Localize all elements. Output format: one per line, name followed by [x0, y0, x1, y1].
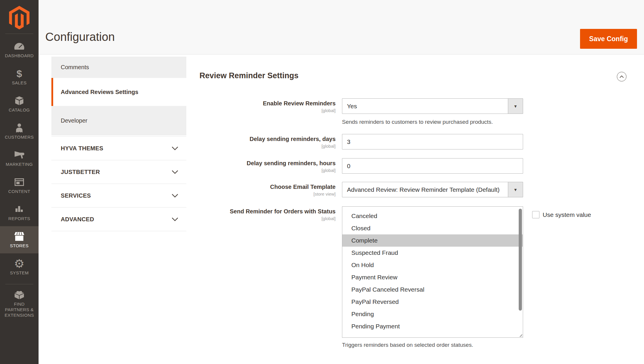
- status-option-closed[interactable]: Closed: [342, 222, 523, 234]
- sales-icon: $: [17, 68, 22, 79]
- system-icon: ⚙: [14, 258, 25, 269]
- customers-icon: [15, 123, 23, 133]
- field-label: Send Reminder for Orders with Status: [199, 208, 336, 215]
- delay-hours-input[interactable]: [342, 158, 523, 174]
- config-menu: Comments Advanced Reviews Settings Devel…: [51, 57, 186, 231]
- status-option-suspected-fraud[interactable]: Suspected Fraud: [342, 247, 523, 259]
- config-menu-item-developer[interactable]: Developer: [51, 106, 186, 135]
- reports-icon: [15, 204, 24, 215]
- sidebar-item-find-partners-extensions[interactable]: FIND PARTNERS & EXTENSIONS: [0, 288, 39, 323]
- field-scope: [global]: [199, 144, 336, 149]
- config-group-hyva-themes[interactable]: HYVA THEMES: [51, 137, 186, 160]
- delay-days-input[interactable]: [342, 134, 523, 149]
- chevron-down-icon: [172, 217, 178, 221]
- dropdown-arrow-icon[interactable]: ▼: [508, 99, 523, 114]
- collapse-section-button[interactable]: [617, 72, 626, 81]
- order-status-multiselect[interactable]: Canceled Closed Complete Suspected Fraud: [342, 206, 523, 338]
- email-template-select[interactable]: Advanced Review: Review Reminder Templat…: [342, 182, 523, 197]
- dropdown-arrow-icon[interactable]: ▼: [508, 182, 523, 197]
- content-icon: [15, 177, 24, 187]
- status-option-pending-payment[interactable]: Pending Payment: [342, 320, 523, 332]
- status-option-paypal-canceled-reversal[interactable]: PayPal Canceled Reversal: [342, 283, 523, 296]
- dashboard-icon: [14, 41, 24, 52]
- field-row-email-template: Choose Email Template [store view] Advan…: [199, 182, 523, 197]
- sidebar-item-marketing[interactable]: MARKETING: [0, 145, 39, 172]
- status-option-complete[interactable]: Complete: [342, 234, 523, 247]
- field-label: Delay sending reminders, hours: [199, 160, 336, 167]
- page-header: Configuration Save Config: [39, 0, 644, 55]
- sidebar-item-dashboard[interactable]: DASHBOARD: [0, 36, 39, 63]
- config-group-advanced[interactable]: ADVANCED: [51, 208, 186, 231]
- config-menu-item-advanced-reviews-settings[interactable]: Advanced Reviews Settings: [51, 78, 186, 106]
- config-group-services[interactable]: SERVICES: [51, 184, 186, 208]
- config-menu-links: Comments Advanced Reviews Settings Devel…: [51, 57, 186, 135]
- admin-sidebar: DASHBOARD $ SALES CATALOG CUSTOMERS: [0, 0, 39, 364]
- field-row-order-status: Send Reminder for Orders with Status [gl…: [199, 206, 591, 348]
- field-note: Triggers reminders based on selected ord…: [342, 342, 523, 348]
- chevron-down-icon: [172, 170, 178, 174]
- sidebar-item-customers[interactable]: CUSTOMERS: [0, 118, 39, 145]
- status-option-paypal-reversed[interactable]: PayPal Reversed: [342, 296, 523, 308]
- sidebar-separator: [5, 34, 33, 34]
- field-scope: [store view]: [199, 191, 336, 196]
- magento-logo-svg: [9, 6, 29, 29]
- field-row-delay-hours: Delay sending reminders, hours [global]: [199, 158, 523, 174]
- status-option-on-hold[interactable]: On Hold: [342, 259, 523, 271]
- review-reminder-settings-section: Review Reminder Settings Enable Review R…: [199, 67, 631, 364]
- field-label: Enable Review Reminders: [199, 100, 336, 107]
- status-option-canceled[interactable]: Canceled: [342, 210, 523, 222]
- use-system-value-checkbox[interactable]: [532, 211, 539, 218]
- magento-logo-icon[interactable]: [9, 6, 29, 29]
- status-option-pending[interactable]: Pending: [342, 308, 523, 320]
- config-group-justbetter[interactable]: JUSTBETTER: [51, 160, 186, 184]
- field-scope: [global]: [199, 108, 336, 113]
- save-config-button[interactable]: Save Config: [580, 29, 637, 49]
- sidebar-item-stores[interactable]: STORES: [0, 226, 39, 253]
- listbox-resize-handle[interactable]: [518, 333, 522, 337]
- sidebar-item-reports[interactable]: REPORTS: [0, 199, 39, 226]
- config-menu-groups: HYVA THEMES JUSTBETTER: [51, 136, 186, 231]
- field-row-enable-review-reminders: Enable Review Reminders [global] Yes ▼ S…: [199, 98, 523, 125]
- status-option-payment-review[interactable]: Payment Review: [342, 271, 523, 283]
- chevron-down-icon: [172, 194, 178, 198]
- sidebar-item-content[interactable]: CONTENT: [0, 172, 39, 199]
- listbox-scrollbar-thumb[interactable]: [519, 209, 522, 311]
- marketing-icon: [14, 150, 24, 160]
- field-scope: [global]: [199, 216, 336, 221]
- catalog-icon: [15, 95, 24, 106]
- sidebar-separator: [5, 284, 33, 284]
- sidebar-item-catalog[interactable]: CATALOG: [0, 90, 39, 118]
- field-label: Choose Email Template: [199, 184, 336, 190]
- field-row-delay-days: Delay sending reminders, days [global]: [199, 134, 523, 149]
- field-note: Sends reminders to customers to review p…: [342, 119, 523, 125]
- magento-admin-configuration-page: DASHBOARD $ SALES CATALOG CUSTOMERS: [0, 0, 644, 364]
- sidebar-item-sales[interactable]: $ SALES: [0, 63, 39, 90]
- chevron-up-icon: [619, 74, 624, 79]
- stores-icon: [14, 231, 24, 242]
- field-label: Delay sending reminders, days: [199, 136, 336, 142]
- use-system-value-label: Use system value: [543, 211, 591, 218]
- chevron-down-icon: [172, 147, 178, 150]
- section-title: Review Reminder Settings: [199, 71, 298, 80]
- page-title: Configuration: [45, 30, 115, 43]
- sidebar-item-system[interactable]: ⚙ SYSTEM: [0, 253, 39, 281]
- field-scope: [global]: [199, 168, 336, 173]
- extensions-icon: [14, 290, 24, 300]
- config-menu-item-comments[interactable]: Comments: [51, 57, 186, 78]
- enable-review-reminders-select[interactable]: Yes ▼: [342, 98, 523, 114]
- sidebar-nav: DASHBOARD $ SALES CATALOG CUSTOMERS: [0, 36, 39, 323]
